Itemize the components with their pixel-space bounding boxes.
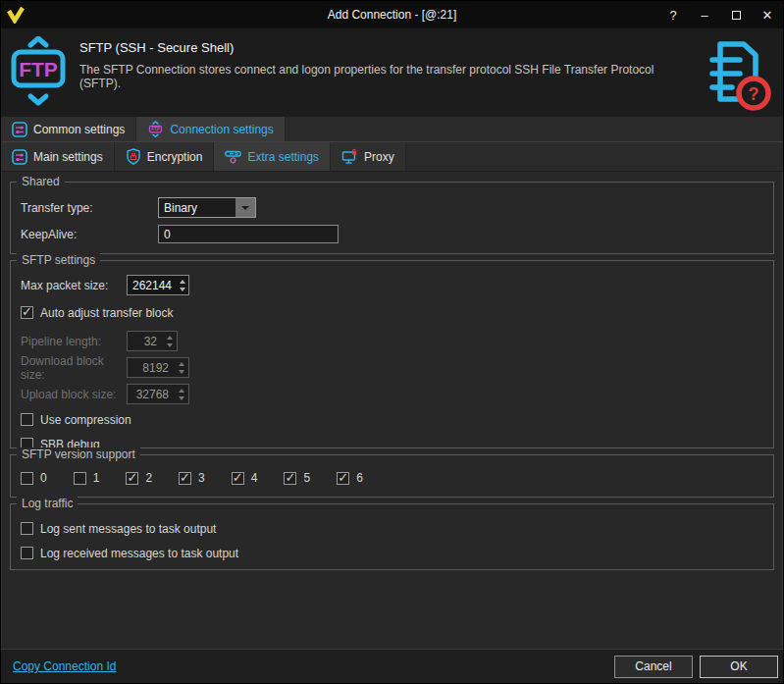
svg-text:FTP: FTP [19,58,58,80]
connection-type-title: SFTP (SSH - Secure Shell) [79,40,688,55]
tab-connection-settings[interactable]: FTP Connection settings [136,117,285,141]
shield-lock-icon [126,148,141,165]
log-received-row: Log received messages to task output [21,541,763,565]
use-compression-checkbox[interactable] [21,413,33,426]
group-sftp-settings: SFTP settings Max packet size: 262144 Au… [10,260,774,448]
spin-down-icon [167,343,173,347]
auto-adjust-row: Auto adjust transfer block [21,297,763,328]
spinner-arrows [174,385,188,403]
add-connection-dialog: Add Connection - [@:21] ? – ✕ FTP SFTP (… [0,0,784,684]
version-2-checkbox[interactable] [126,472,138,485]
spinner-arrows [174,358,188,377]
ok-button[interactable]: OK [700,656,778,678]
version-5-checkbox[interactable] [284,472,296,485]
transfer-type-dropdown[interactable]: Binary [158,197,256,218]
pipeline-length-spinner: 32 [127,331,178,351]
version-0-label: 0 [40,471,47,485]
log-sent-checkbox[interactable] [21,522,33,535]
upload-block-label: Upload block size: [21,388,127,401]
dialog-footer: Copy Connection Id Cancel OK [1,649,783,683]
version-4-checkbox[interactable] [232,472,244,485]
version-6-label: 6 [356,471,363,485]
connection-type-description: The SFTP Connection stores connect and l… [79,63,688,90]
download-block-spinner: 8192 [127,357,189,378]
ftp-mini-icon: FTP [147,121,164,137]
maximize-icon [732,11,741,20]
dropdown-arrow-button[interactable] [235,198,255,217]
ftp-logo-icon: FTP [9,36,68,111]
version-0-checkbox[interactable] [21,472,33,485]
version-option-2: 2 [126,471,152,485]
max-packet-row: Max packet size: 262144 [21,273,763,297]
tab-label: Encryption [147,150,203,164]
tab-main-settings[interactable]: Main settings [1,142,115,171]
transfer-type-label: Transfer type: [21,201,158,215]
copy-connection-id-link[interactable]: Copy Connection Id [13,659,116,673]
app-logo-icon [1,6,30,24]
minimize-button[interactable]: – [689,1,720,28]
spin-up-icon [179,389,184,393]
sliders-icon [12,149,27,165]
tab-proxy[interactable]: Proxy [331,142,406,171]
tab-common-settings[interactable]: Common settings [1,117,136,141]
version-4-label: 4 [251,471,258,485]
titlebar: Add Connection - [@:21] ? – ✕ [1,1,783,28]
version-1-label: 1 [93,471,100,485]
version-option-1: 1 [74,471,100,485]
max-packet-value: 262144 [128,279,177,292]
download-block-value: 8192 [128,361,174,375]
version-6-checkbox[interactable] [337,472,349,485]
log-received-checkbox[interactable] [21,547,33,559]
group-version-support: SFTP version support 0 1 2 3 [10,454,774,498]
svg-text:?: ? [749,84,759,104]
dialog-header: FTP SFTP (SSH - Secure Shell) The SFTP C… [1,28,783,117]
keepalive-input[interactable] [158,225,339,243]
download-block-row: Download block size: 8192 [21,354,763,381]
version-3-label: 3 [198,471,205,485]
version-option-4: 4 [232,471,258,485]
pipeline-length-value: 32 [128,335,162,348]
svg-text:FTP: FTP [152,127,161,132]
spin-down-icon [179,370,184,374]
version-3-checkbox[interactable] [179,472,191,485]
download-block-label: Download block size: [21,354,127,382]
upload-block-spinner: 32768 [127,384,189,404]
maximize-button[interactable] [720,1,752,28]
max-packet-label: Max packet size: [21,279,127,292]
group-title: SFTP settings [17,253,100,267]
use-compression-row: Use compression [21,407,763,432]
version-option-5: 5 [284,471,310,485]
spinner-arrows[interactable] [177,276,188,294]
version-option-6: 6 [337,471,363,485]
upload-block-value: 32768 [128,388,174,401]
spinner-arrows [162,332,177,350]
transfer-type-value: Binary [159,198,235,217]
primary-tab-bar: Common settings FTP Connection settings [1,117,783,142]
proxy-monitor-lock-icon [341,148,358,165]
close-button[interactable]: ✕ [752,1,783,28]
spin-down-icon [180,288,185,291]
tab-label: Proxy [364,150,394,164]
keepalive-row: KeepAlive: [21,221,763,247]
tab-label: Main settings [33,150,103,164]
tab-extra-settings[interactable]: Extra settings [214,142,331,171]
use-compression-label: Use compression [40,413,131,427]
tab-encryption[interactable]: Encryption [115,142,215,171]
max-packet-spinner[interactable]: 262144 [127,275,189,295]
spin-up-icon [180,280,185,284]
auto-adjust-checkbox[interactable] [21,306,33,319]
version-option-0: 0 [21,471,47,485]
transfer-type-row: Transfer type: Binary [21,194,763,221]
document-help-icon: ? [705,36,771,111]
tab-label: Extra settings [247,150,319,164]
help-button[interactable]: ? [657,1,689,28]
upload-block-row: Upload block size: 32768 [21,381,763,407]
extra-settings-icon [225,148,241,165]
version-1-checkbox[interactable] [74,472,86,485]
cancel-button[interactable]: Cancel [614,656,693,678]
version-option-3: 3 [179,471,205,485]
chevron-down-icon [241,206,249,210]
spin-down-icon [179,396,184,400]
version-options-row: 0 1 2 3 4 [21,465,763,491]
auto-adjust-label: Auto adjust transfer block [40,306,173,320]
